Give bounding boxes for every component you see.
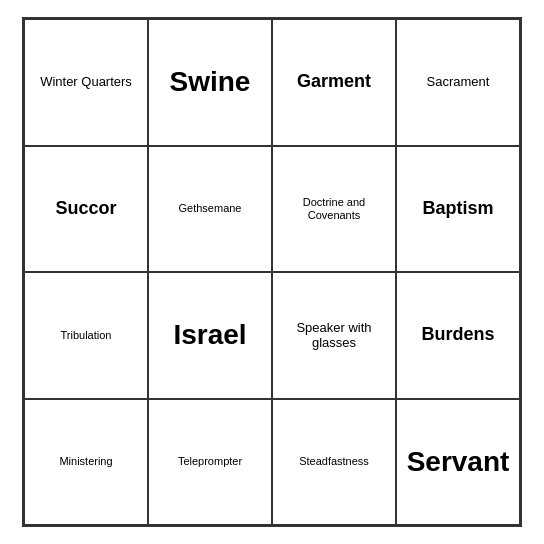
bingo-cell: Sacrament [396, 19, 520, 146]
bingo-cell: Speaker with glasses [272, 272, 396, 399]
bingo-cell: Swine [148, 19, 272, 146]
bingo-cell: Burdens [396, 272, 520, 399]
bingo-cell: Garment [272, 19, 396, 146]
bingo-cell: Succor [24, 146, 148, 273]
bingo-cell: Baptism [396, 146, 520, 273]
bingo-cell: Israel [148, 272, 272, 399]
bingo-cell: Tribulation [24, 272, 148, 399]
bingo-cell: Gethsemane [148, 146, 272, 273]
bingo-cell: Ministering [24, 399, 148, 526]
bingo-cell: Winter Quarters [24, 19, 148, 146]
bingo-cell: Servant [396, 399, 520, 526]
bingo-cell: Steadfastness [272, 399, 396, 526]
bingo-cell: Doctrine and Covenants [272, 146, 396, 273]
bingo-cell: Teleprompter [148, 399, 272, 526]
bingo-card: Winter QuartersSwineGarmentSacramentSucc… [22, 17, 522, 527]
